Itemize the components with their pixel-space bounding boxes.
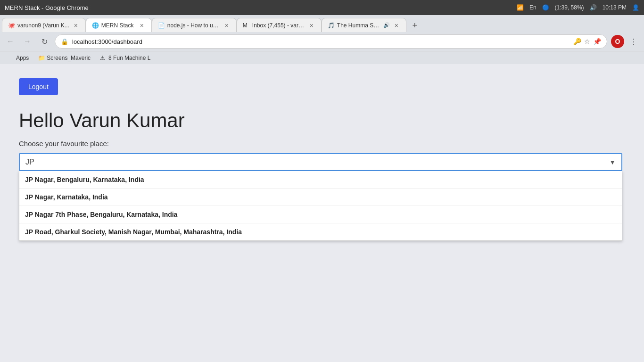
place-search-input[interactable] (25, 158, 609, 166)
bookmark-apps[interactable]: Apps (4, 54, 33, 62)
battery-indicator: (1:39, 58%) (555, 4, 584, 11)
bookmark-apps-label: Apps (16, 55, 29, 61)
key-icon[interactable]: 🔑 (573, 38, 581, 45)
page-content: Logout Hello Varun Kumar Choose your fav… (0, 64, 644, 362)
tab-tab-gmail[interactable]: M Inbox (7,455) - varu... × (237, 18, 322, 32)
browser-title: MERN Stack - Google Chrome (5, 4, 89, 11)
bookmark-machine-label: 8 Fun Machine L (108, 55, 150, 61)
hello-heading: Hello Varun Kumar (19, 109, 625, 132)
autocomplete-item[interactable]: JP Nagar 7th Phase, Bengaluru, Karnataka… (19, 206, 622, 223)
autocomplete-dropdown: JP Nagar, Bengaluru, Karnataka, IndiaJP … (19, 171, 622, 241)
tab-favicon: 📄 (158, 22, 165, 29)
tab-tab-github[interactable]: 🐙 varunon9 (Varun K... × (2, 18, 86, 32)
refresh-button[interactable]: ↻ (38, 35, 51, 48)
forward-button[interactable]: → (21, 35, 34, 48)
machine-favicon: ⚠ (100, 55, 107, 61)
toolbar-right: O ⋮ (611, 35, 640, 48)
sound-icon: 🔊 (590, 4, 597, 11)
tab-close-button[interactable]: × (223, 22, 231, 29)
apps-favicon (8, 55, 14, 61)
tab-label: varunon9 (Varun K... (17, 22, 69, 29)
tab-favicon: M (243, 22, 249, 29)
autocomplete-item[interactable]: JP Nagar, Bengaluru, Karnataka, India (19, 171, 622, 189)
tab-favicon: 🌐 (92, 22, 99, 29)
bookmark-screens-label: Screens_Maveric (47, 55, 91, 61)
choose-label: Choose your favourite place: (19, 140, 625, 148)
menu-button[interactable]: ⋮ (627, 35, 640, 48)
address-right-icons: 🔑 ☆ 📌 (573, 38, 601, 45)
star-icon[interactable]: ☆ (584, 38, 590, 45)
url-input[interactable] (72, 38, 570, 45)
tab-tab-humma[interactable]: 🎵 The Humma Son... 🔊 × (322, 18, 406, 32)
tab-label: Inbox (7,455) - varu... (252, 22, 305, 29)
address-bar[interactable]: 🔒 🔑 ☆ 📌 (55, 34, 607, 49)
bookmark-screens[interactable]: 📁 Screens_Maveric (34, 54, 94, 62)
title-bar-right: 📶 En 🔵 (1:39, 58%) 🔊 10:13 PM 👤 (517, 4, 639, 11)
tab-tab-node[interactable]: 📄 node.js - How to up... × (152, 18, 237, 32)
tab-label: MERN Stack (101, 22, 135, 29)
opera-icon[interactable]: O (611, 35, 624, 48)
new-tab-button[interactable]: + (408, 19, 421, 32)
bookmark-machine[interactable]: ⚠ 8 Fun Machine L (96, 54, 154, 62)
tab-label: The Humma Son... (337, 22, 380, 29)
tab-favicon: 🐙 (8, 22, 15, 29)
language-indicator: En (529, 4, 537, 11)
audio-icon: 🔊 (383, 22, 390, 28)
browser-frame: MERN Stack - Google Chrome 📶 En 🔵 (1:39,… (0, 0, 644, 362)
bluetooth-icon: 🔵 (542, 4, 549, 11)
pin-icon[interactable]: 📌 (593, 38, 601, 45)
wifi-icon: 📶 (517, 4, 524, 11)
tab-label: node.js - How to up... (167, 22, 220, 29)
clock: 10:13 PM (603, 4, 627, 11)
title-bar: MERN Stack - Google Chrome 📶 En 🔵 (1:39,… (0, 0, 644, 15)
tab-tab-mern[interactable]: 🌐 MERN Stack × (86, 18, 152, 32)
user-icon[interactable]: 👤 (632, 4, 639, 11)
address-bar-row: ← → ↻ 🔒 🔑 ☆ 📌 O ⋮ (0, 32, 644, 51)
dropdown-arrow-icon: ▼ (609, 158, 616, 166)
tab-close-button[interactable]: × (138, 22, 146, 29)
place-input-container: ▼ (19, 153, 622, 171)
bookmarks-bar: Apps 📁 Screens_Maveric ⚠ 8 Fun Machine L (0, 51, 644, 64)
tab-close-button[interactable]: × (72, 22, 80, 29)
tab-favicon: 🎵 (328, 22, 334, 29)
tab-bar: 🐙 varunon9 (Varun K... × 🌐 MERN Stack × … (0, 15, 644, 32)
tab-close-button[interactable]: × (393, 22, 400, 29)
title-bar-left: MERN Stack - Google Chrome (5, 4, 89, 11)
autocomplete-item[interactable]: JP Road, Gharkul Society, Manish Nagar, … (19, 223, 622, 240)
back-button[interactable]: ← (4, 35, 17, 48)
autocomplete-item[interactable]: JP Nagar, Karnataka, India (19, 189, 622, 206)
tab-close-button[interactable]: × (308, 22, 315, 29)
logout-button[interactable]: Logout (19, 78, 58, 95)
lock-icon: 🔒 (61, 38, 68, 45)
screens-favicon: 📁 (38, 55, 45, 61)
place-autocomplete: ▼ JP Nagar, Bengaluru, Karnataka, IndiaJ… (19, 153, 622, 171)
